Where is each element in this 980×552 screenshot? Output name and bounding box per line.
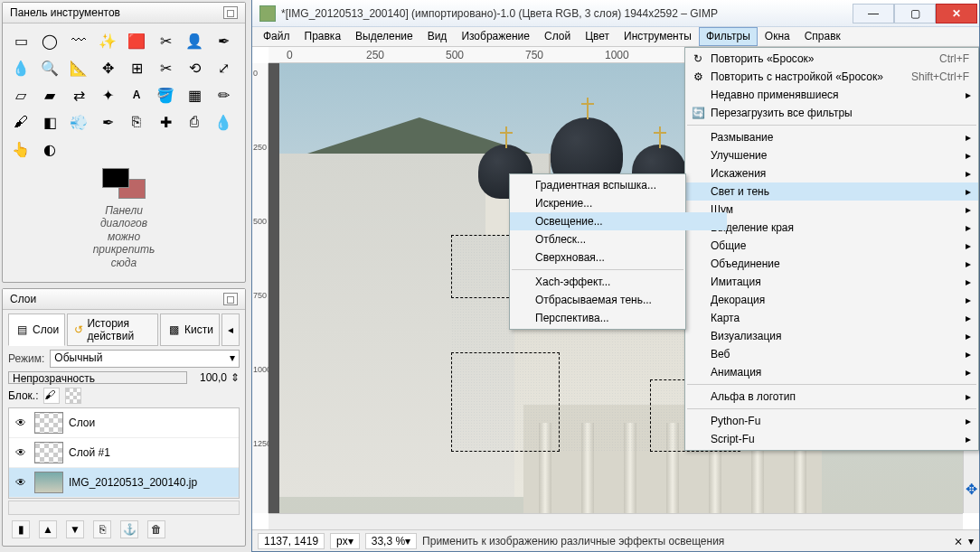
mi-distort[interactable]: Искажения▸ bbox=[685, 164, 978, 182]
mi-gradient-flare[interactable]: Градиентная вспышка... bbox=[510, 176, 685, 194]
tool-airbrush[interactable]: 💨 bbox=[66, 110, 91, 134]
mi-reshow[interactable]: ⚙Повторить с настройкой «Бросок»Shift+Ct… bbox=[685, 68, 978, 86]
menu-tools[interactable]: Инструменты bbox=[617, 27, 699, 46]
tool-text[interactable]: A bbox=[124, 83, 149, 107]
mi-lens-flare[interactable]: Отблеск... bbox=[510, 230, 727, 248]
tool-bucket[interactable]: 🪣 bbox=[153, 83, 178, 107]
eye-icon[interactable]: 👁 bbox=[13, 416, 29, 429]
mi-generic[interactable]: Общие▸ bbox=[685, 237, 978, 255]
mi-script-fu[interactable]: Script-Fu▸ bbox=[685, 430, 978, 448]
mi-render[interactable]: Визуализация▸ bbox=[685, 327, 978, 345]
mi-animation[interactable]: Анимация▸ bbox=[685, 363, 978, 381]
lock-alpha-icon[interactable] bbox=[65, 388, 81, 404]
mi-sparkle[interactable]: Искрение... bbox=[510, 194, 727, 212]
layer-delete-button[interactable]: 🗑 bbox=[147, 520, 165, 538]
menu-layer[interactable]: Слой bbox=[537, 27, 578, 46]
nav-icon[interactable]: ✥ bbox=[963, 481, 979, 497]
tool-smudge[interactable]: 👆 bbox=[8, 137, 33, 161]
tool-shear[interactable]: ▱ bbox=[8, 83, 33, 107]
menu-select[interactable]: Выделение bbox=[348, 27, 420, 46]
tool-by-color[interactable]: 🟥 bbox=[124, 29, 149, 52]
tool-pencil[interactable]: ✏ bbox=[211, 83, 236, 107]
layer-item[interactable]: 👁 Слой #1 bbox=[9, 438, 239, 468]
mi-lighting[interactable]: Освещение... bbox=[510, 212, 727, 230]
mi-light-shadow[interactable]: Свет и тень▸ bbox=[685, 182, 978, 201]
close-button[interactable]: ✕ bbox=[936, 4, 977, 23]
tool-fuzzy-select[interactable]: ✨ bbox=[95, 29, 120, 52]
layer-down-button[interactable]: ▼ bbox=[66, 520, 84, 538]
mode-select[interactable]: Обычный ▾ bbox=[50, 350, 240, 368]
mi-supernova[interactable]: Сверхновая... bbox=[510, 248, 727, 267]
menu-view[interactable]: Вид bbox=[420, 27, 455, 46]
tool-paintbrush[interactable]: 🖌 bbox=[8, 110, 33, 134]
tool-free-select[interactable]: 〰 bbox=[66, 29, 91, 52]
layer-up-button[interactable]: ▲ bbox=[39, 520, 57, 538]
tool-scissors[interactable]: ✂ bbox=[153, 29, 178, 52]
tool-cage[interactable]: ✦ bbox=[95, 83, 120, 107]
tool-rect-select[interactable]: ▭ bbox=[8, 29, 33, 52]
mi-combine[interactable]: Объединение▸ bbox=[685, 255, 978, 273]
tool-rotate[interactable]: ⟲ bbox=[182, 56, 207, 80]
mi-noise[interactable]: Шум▸ bbox=[685, 201, 978, 219]
eye-icon[interactable]: 👁 bbox=[13, 476, 29, 489]
mi-drop-shadow[interactable]: Отбрасываемая тень... bbox=[510, 291, 727, 309]
minimize-button[interactable]: ― bbox=[853, 4, 894, 23]
tool-measure[interactable]: 📐 bbox=[66, 56, 91, 80]
mi-blur[interactable]: Размывание▸ bbox=[685, 128, 978, 146]
mi-enhance[interactable]: Улучшение▸ bbox=[685, 146, 978, 164]
layer-duplicate-button[interactable]: ⎘ bbox=[93, 520, 111, 538]
tool-heal[interactable]: ✚ bbox=[153, 110, 178, 134]
menu-file[interactable]: Файл bbox=[256, 27, 297, 46]
horizontal-scrollbar[interactable] bbox=[269, 513, 963, 529]
tab-menu[interactable]: ◂ bbox=[221, 313, 240, 346]
lock-pixels-icon[interactable]: 🖌 bbox=[43, 388, 60, 404]
tool-foreground[interactable]: 👤 bbox=[182, 29, 207, 52]
menu-windows[interactable]: Окна bbox=[758, 27, 797, 46]
mi-python-fu[interactable]: Python-Fu▸ bbox=[685, 412, 978, 430]
tool-color-picker[interactable]: 💧 bbox=[8, 56, 33, 80]
mi-edge[interactable]: Выделение края▸ bbox=[685, 219, 978, 237]
menu-image[interactable]: Изображение bbox=[454, 27, 537, 46]
opacity-slider[interactable]: Непрозрачность bbox=[8, 371, 187, 384]
menu-colors[interactable]: Цвет bbox=[578, 27, 617, 46]
status-unit[interactable]: px ▾ bbox=[330, 533, 360, 549]
tool-blend[interactable]: ▦ bbox=[182, 83, 207, 107]
tool-flip[interactable]: ⇄ bbox=[66, 83, 91, 107]
mi-recent[interactable]: Недавно применявшиеся▸ bbox=[685, 86, 978, 104]
tab-history[interactable]: ↺История действий bbox=[67, 313, 158, 346]
detach-icon[interactable] bbox=[223, 293, 238, 305]
mi-alpha-logo[interactable]: Альфа в логотип▸ bbox=[685, 388, 978, 406]
layer-new-button[interactable]: ▮ bbox=[12, 520, 30, 538]
mi-perspective-shadow[interactable]: Перспектива... bbox=[510, 309, 727, 327]
layer-anchor-button[interactable]: ⚓ bbox=[120, 520, 138, 538]
tool-crop[interactable]: ✂ bbox=[153, 56, 178, 80]
mi-repeat[interactable]: ↻Повторить «Бросок»Ctrl+F bbox=[685, 50, 978, 68]
mi-xach[interactable]: Xach-эффект... bbox=[510, 273, 727, 291]
foreground-color[interactable] bbox=[102, 168, 129, 188]
status-cancel-icon[interactable]: ⨯ bbox=[954, 535, 963, 547]
tool-dodge[interactable]: ◐ bbox=[37, 137, 62, 161]
tool-ellipse-select[interactable]: ◯ bbox=[37, 29, 62, 52]
mi-map[interactable]: Карта▸ bbox=[685, 309, 978, 327]
maximize-button[interactable]: ▢ bbox=[894, 4, 936, 23]
opacity-spinner[interactable]: ⇕ bbox=[231, 371, 240, 384]
layer-item[interactable]: 👁 Слои bbox=[9, 408, 239, 438]
tool-perspective[interactable]: ▰ bbox=[37, 83, 62, 107]
tool-paths[interactable]: ✒ bbox=[211, 29, 236, 52]
ruler-vertical[interactable]: 0 250 500 750 1000 1250 bbox=[252, 63, 269, 513]
tool-blur[interactable]: 💧 bbox=[211, 110, 236, 134]
tool-ink[interactable]: ✒ bbox=[95, 110, 120, 134]
mi-decor[interactable]: Декорация▸ bbox=[685, 291, 978, 309]
tool-scale[interactable]: ⤢ bbox=[211, 56, 236, 80]
tab-layers[interactable]: ▤Слои bbox=[8, 313, 65, 346]
mi-artistic[interactable]: Имитация▸ bbox=[685, 273, 978, 291]
status-zoom[interactable]: 33,3 % ▾ bbox=[365, 533, 417, 549]
mi-web[interactable]: Веб▸ bbox=[685, 345, 978, 363]
layer-hscroll[interactable] bbox=[8, 501, 240, 515]
tool-zoom[interactable]: 🔍 bbox=[37, 56, 62, 80]
tab-brushes[interactable]: ▩Кисти bbox=[160, 313, 220, 346]
tool-align[interactable]: ⊞ bbox=[124, 56, 149, 80]
tool-move[interactable]: ✥ bbox=[95, 56, 120, 80]
menu-filters[interactable]: Фильтры bbox=[699, 27, 758, 46]
menu-edit[interactable]: Правка bbox=[297, 27, 349, 46]
